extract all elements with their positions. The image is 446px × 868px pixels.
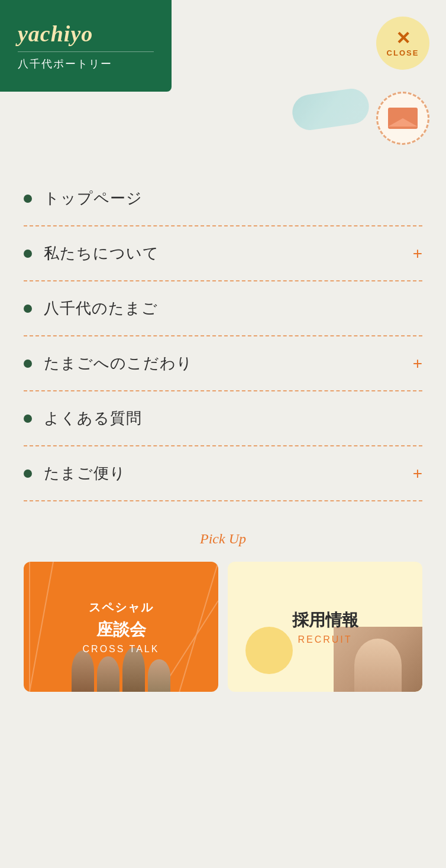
nav-label-news: たまご便り [44, 463, 126, 484]
logo: yachiyo [18, 21, 93, 47]
nav-item-top[interactable]: トップページ [24, 171, 422, 225]
close-label: CLOSE [387, 48, 419, 57]
pickup-section: Pick Up スペシャル 座談会 CROSS TALK [0, 531, 446, 692]
nav-item-about[interactable]: 私たちについて + [24, 226, 422, 280]
recruit-line1: 採用情報 [292, 609, 358, 631]
nav-item-eggs[interactable]: 八千代のたまご [24, 281, 422, 335]
cross-talk-line2: 座談会 [96, 618, 146, 641]
nav-item-commitment[interactable]: たまごへのこだわり + [24, 336, 422, 390]
nav-label-eggs: 八千代のたまご [44, 298, 158, 319]
close-x-icon: ✕ [396, 30, 411, 47]
nav-dot [24, 305, 32, 313]
nav-dot [24, 250, 32, 258]
mail-button[interactable] [376, 92, 429, 145]
nav-label-commitment: たまごへのこだわり [44, 353, 193, 374]
nav-plus-icon: + [413, 244, 422, 263]
person-4 [148, 659, 170, 692]
nav-dot [24, 359, 32, 368]
nav-plus-icon: + [413, 354, 422, 373]
close-button[interactable]: ✕ CLOSE [376, 17, 429, 70]
recruit-person [354, 639, 402, 692]
nav-item-faq[interactable]: よくある質問 [24, 391, 422, 445]
nav-dot [24, 469, 32, 478]
nav-divider-6 [24, 500, 422, 501]
logo-divider [18, 51, 154, 52]
nav-label-top: トップページ [44, 188, 143, 209]
person-2 [97, 656, 119, 692]
cross-talk-line1: スペシャル [89, 600, 154, 616]
nav-label-faq: よくある質問 [44, 408, 142, 429]
nav-dot [24, 414, 32, 423]
recruit-line2: RECRUIT [298, 634, 352, 645]
nav-plus-icon: + [413, 464, 422, 483]
recruit-circle [245, 627, 293, 674]
logo-subtitle: 八千代ポートリー [18, 57, 112, 71]
nav-dot [24, 195, 32, 203]
cross-talk-line3: CROSS TALK [83, 644, 160, 655]
header: yachiyo 八千代ポートリー [0, 0, 172, 92]
person-1 [72, 650, 94, 692]
cloud-shape [290, 86, 371, 132]
main-nav: トップページ 私たちについて + 八千代のたまご たまごへのこだわり + よくあ… [0, 171, 446, 501]
card-recruit[interactable]: 採用情報 RECRUIT [228, 562, 422, 692]
cloud-decoration [292, 92, 369, 139]
pickup-cards: スペシャル 座談会 CROSS TALK 採用情報 RECRUIT [24, 562, 422, 692]
card-cross-talk[interactable]: スペシャル 座談会 CROSS TALK [24, 562, 218, 692]
pickup-title: Pick Up [24, 531, 422, 547]
nav-item-news[interactable]: たまご便り + [24, 446, 422, 500]
nav-label-about: 私たちについて [44, 243, 159, 264]
mail-icon [388, 108, 418, 129]
